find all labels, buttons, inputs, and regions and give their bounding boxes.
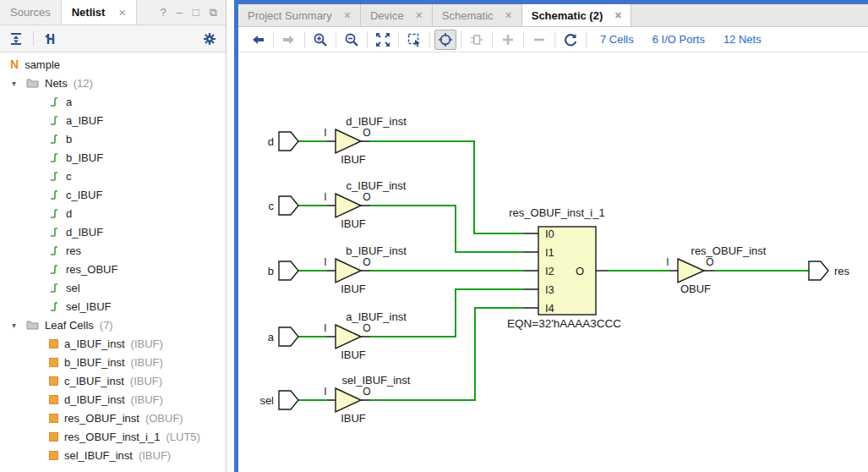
ibuf-c[interactable] <box>336 194 361 217</box>
scroll-to-selected-icon[interactable] <box>41 30 60 48</box>
port-label: sel <box>259 394 274 407</box>
port-symbol-d[interactable] <box>279 132 298 151</box>
float-icon[interactable]: ⧉ <box>210 6 217 19</box>
forward-icon <box>278 30 300 50</box>
cells-link[interactable]: 7 Cells <box>600 33 634 46</box>
tree-item-net[interactable]: res <box>0 241 226 260</box>
tree-item-cell[interactable]: b_IBUF_inst(IBUF) <box>0 353 226 371</box>
zoom-fit-icon[interactable] <box>372 30 394 50</box>
net-icon <box>49 227 60 238</box>
obuf-res[interactable] <box>678 259 704 283</box>
type-label: IBUF <box>341 349 366 361</box>
cell-label: a_IBUF_inst <box>64 338 125 350</box>
tab-sources[interactable]: Sources <box>0 0 61 25</box>
lut-pin-label: I0 <box>545 228 554 240</box>
chevron-down-icon[interactable]: ▾ <box>12 79 20 88</box>
tab-netlist[interactable]: Netlist × <box>61 0 137 25</box>
lut5-eqn-label: EQN=32'hAAAA3CCC <box>507 317 621 330</box>
net-icon <box>49 189 60 200</box>
tree-item-net[interactable]: sel_IBUF <box>0 297 226 316</box>
maximize-icon[interactable]: □ <box>193 6 199 19</box>
netlist-tree: N sample ▾ Nets (12) a a_IBUF b b_IBUF c… <box>0 52 226 464</box>
help-icon[interactable]: ? <box>160 6 166 19</box>
inst-label: b_IBUF_inst <box>346 244 407 257</box>
tab-label: Schematic <box>442 9 494 22</box>
tree-item-net[interactable]: b <box>0 129 226 148</box>
port-label: c <box>269 200 275 212</box>
tree-item-net[interactable]: d_IBUF <box>0 222 226 241</box>
zoom-out-icon[interactable] <box>341 30 363 50</box>
tree-root[interactable]: N sample <box>0 55 226 74</box>
minimize-icon[interactable]: – <box>177 6 183 19</box>
tab-project-summary[interactable]: Project Summary × <box>238 4 361 26</box>
tab-schematic[interactable]: Schematic × <box>433 4 522 26</box>
close-icon[interactable]: × <box>344 8 351 22</box>
nets-link[interactable]: 12 Nets <box>723 33 762 46</box>
pin-label-i: I <box>324 127 326 139</box>
close-icon[interactable]: × <box>416 8 423 22</box>
collapse-all-icon[interactable] <box>7 30 25 48</box>
tree-item-net[interactable]: d <box>0 204 226 222</box>
netlist-root-icon: N <box>10 58 19 71</box>
tree-item-net[interactable]: a_IBUF <box>0 111 226 129</box>
net-icon <box>49 134 60 145</box>
port-symbol-b[interactable] <box>279 261 298 280</box>
net-icon <box>49 171 60 182</box>
tree-item-net[interactable]: b_IBUF <box>0 148 226 167</box>
ibuf-b[interactable] <box>336 259 361 283</box>
tree-item-cell[interactable]: res_OBUF_inst_i_1(LUT5) <box>0 427 226 446</box>
left-panel-header: Sources Netlist × ? – □ ⧉ <box>0 0 226 25</box>
regenerate-icon[interactable] <box>560 30 581 50</box>
inst-label: c_IBUF_inst <box>347 179 407 192</box>
zoom-in-icon[interactable] <box>309 30 331 50</box>
tree-item-net[interactable]: c <box>0 167 226 185</box>
cell-type: (IBUF) <box>131 356 163 369</box>
autofit-selection-icon[interactable] <box>434 30 456 50</box>
tree-item-cell[interactable]: sel_IBUF_inst(IBUF) <box>0 446 226 464</box>
cell-icon <box>49 395 58 404</box>
cell-icon <box>49 432 58 442</box>
ibuf-a[interactable] <box>336 325 361 349</box>
port-symbol-sel[interactable] <box>279 391 298 409</box>
port-symbol-a[interactable] <box>279 327 298 346</box>
show-cell-icon <box>466 30 488 50</box>
tab-schematic-2[interactable]: Schematic (2) × <box>522 4 632 26</box>
cell-type: (IBUF) <box>131 393 163 406</box>
close-icon[interactable]: × <box>505 8 512 22</box>
gear-icon[interactable] <box>200 30 219 48</box>
close-icon[interactable]: × <box>118 6 125 19</box>
tree-item-cell[interactable]: res_OBUF_inst(OBUF) <box>0 409 226 427</box>
io-ports-link[interactable]: 6 I/O Ports <box>652 33 705 46</box>
root-label: sample <box>25 58 60 71</box>
tree-item-net[interactable]: a <box>0 92 226 111</box>
port-symbol-res[interactable] <box>809 261 828 280</box>
ibuf-sel[interactable] <box>336 388 361 412</box>
group-count: (12) <box>74 77 93 90</box>
tab-device[interactable]: Device × <box>361 4 433 26</box>
tree-group-leaf-cells[interactable]: ▾ Leaf Cells (7) <box>0 316 226 334</box>
tree-group-nets[interactable]: ▾ Nets (12) <box>0 74 226 92</box>
pin-label-o: O <box>363 322 370 334</box>
lut-pin-label: I1 <box>545 246 554 259</box>
tree-item-net[interactable]: c_IBUF <box>0 185 226 204</box>
tree-item-cell[interactable]: c_IBUF_inst(IBUF) <box>0 371 226 390</box>
port-label: d <box>268 135 274 148</box>
net-label: res_OBUF <box>66 263 117 276</box>
tree-item-cell[interactable]: a_IBUF_inst(IBUF) <box>0 334 226 353</box>
port-symbol-c[interactable] <box>279 196 298 215</box>
zoom-to-selection-icon[interactable] <box>403 30 425 50</box>
pin-label-o: O <box>706 256 713 268</box>
inst-label: sel_IBUF_inst <box>342 374 411 387</box>
schematic-canvas[interactable]: d c b a sel res d_IBUF_inst IBUF c_IBUF_ <box>238 53 868 472</box>
back-icon[interactable] <box>247 30 269 50</box>
cell-label: d_IBUF_inst <box>64 393 125 406</box>
tree-item-cell[interactable]: d_IBUF_inst(IBUF) <box>0 390 226 409</box>
net-label: c <box>66 170 72 183</box>
close-icon[interactable]: × <box>614 8 621 22</box>
tree-item-net[interactable]: res_OBUF <box>0 260 226 278</box>
tree-item-net[interactable]: sel <box>0 278 226 297</box>
ibuf-d[interactable] <box>336 129 361 153</box>
type-label: OBUF <box>680 283 711 295</box>
chevron-down-icon[interactable]: ▾ <box>12 321 20 330</box>
net-label: sel_IBUF <box>66 300 111 313</box>
